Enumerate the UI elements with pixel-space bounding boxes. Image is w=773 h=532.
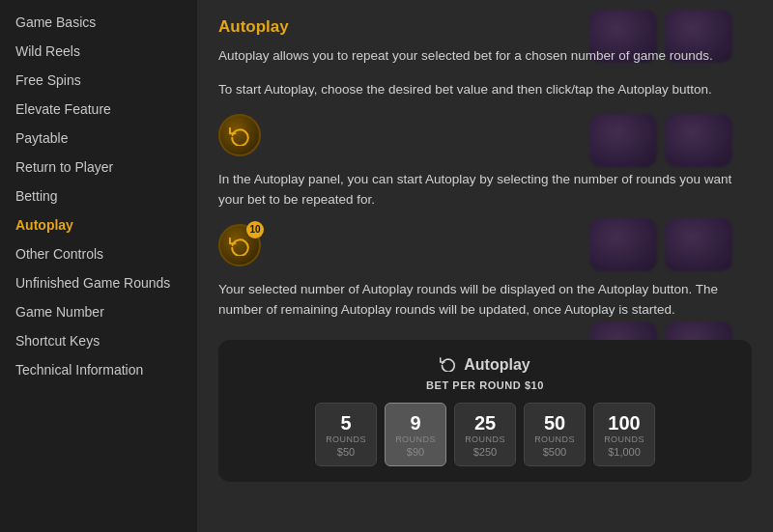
sidebar-item-other-controls[interactable]: Other Controls: [0, 239, 197, 268]
round-label: ROUNDS: [395, 434, 436, 444]
bet-value: $10: [525, 379, 544, 391]
sidebar-item-game-basics[interactable]: Game Basics: [0, 8, 197, 37]
round-num: 50: [534, 411, 575, 434]
sidebar-item-wild-reels[interactable]: Wild Reels: [0, 37, 197, 66]
round-label: ROUNDS: [604, 434, 644, 444]
round-label: ROUNDS: [465, 434, 505, 444]
round-num: 9: [395, 411, 436, 434]
round-btn-9[interactable]: 9 ROUNDS $90: [385, 403, 446, 466]
round-cost: $50: [326, 446, 366, 458]
sidebar-item-betting[interactable]: Betting: [0, 182, 197, 210]
sidebar: Game BasicsWild ReelsFree SpinsElevate F…: [0, 0, 197, 532]
round-btn-5[interactable]: 5 ROUNDS $50: [315, 403, 377, 466]
paragraph-3: In the Autoplay panel, you can start Aut…: [218, 170, 752, 210]
panel-title: Autoplay: [238, 355, 732, 376]
sidebar-item-shortcut-keys[interactable]: Shortcut Keys: [0, 326, 197, 355]
panel-title-icon: [440, 355, 456, 376]
round-cost: $90: [395, 446, 436, 458]
round-btn-50[interactable]: 50 ROUNDS $500: [524, 403, 586, 466]
round-num: 5: [326, 411, 366, 434]
section-title: Autoplay: [218, 17, 752, 37]
round-label: ROUNDS: [326, 434, 366, 444]
main-content: Autoplay Autoplay allows you to repeat y…: [197, 0, 773, 532]
round-btn-25[interactable]: 25 ROUNDS $250: [454, 403, 516, 466]
rounds-row: 5 ROUNDS $50 9 ROUNDS $90 25 ROUNDS $250…: [238, 403, 732, 466]
sidebar-item-elevate-feature[interactable]: Elevate Feature: [0, 95, 197, 124]
sidebar-item-return-to-player[interactable]: Return to Player: [0, 153, 197, 182]
paragraph-4: Your selected number of Autoplay rounds …: [218, 280, 752, 321]
paragraph-2: To start Autoplay, choose the desired be…: [218, 80, 752, 100]
sidebar-item-free-spins[interactable]: Free Spins: [0, 66, 197, 95]
autoplay-panel: Autoplay BET PER ROUND $10 5 ROUNDS $50 …: [218, 340, 752, 482]
sidebar-item-technical-information[interactable]: Technical Information: [0, 355, 197, 384]
round-cost: $500: [534, 446, 575, 458]
paragraph-1: Autoplay allows you to repeat your selec…: [218, 46, 752, 67]
panel-title-text: Autoplay: [464, 356, 530, 374]
autoplay-icon-plain: [218, 114, 261, 156]
bet-per-round: BET PER ROUND $10: [238, 379, 732, 391]
sidebar-item-unfinished-game-rounds[interactable]: Unfinished Game Rounds: [0, 268, 197, 297]
round-num: 25: [465, 411, 505, 434]
round-num: 100: [604, 411, 644, 434]
round-cost: $250: [465, 446, 505, 458]
content-area: Autoplay Autoplay allows you to repeat y…: [218, 17, 752, 482]
autoplay-badge: 10: [246, 221, 264, 238]
round-cost: $1,000: [604, 446, 644, 458]
autoplay-icon-badge: 10: [218, 224, 261, 266]
autoplay-icon-row-2: 10: [218, 224, 752, 266]
sidebar-item-game-number[interactable]: Game Number: [0, 297, 197, 326]
autoplay-icon-row-1: [218, 114, 752, 156]
sidebar-item-paytable[interactable]: Paytable: [0, 124, 197, 153]
round-btn-100[interactable]: 100 ROUNDS $1,000: [593, 403, 655, 466]
round-label: ROUNDS: [534, 434, 575, 444]
sidebar-item-autoplay[interactable]: Autoplay: [0, 210, 197, 239]
